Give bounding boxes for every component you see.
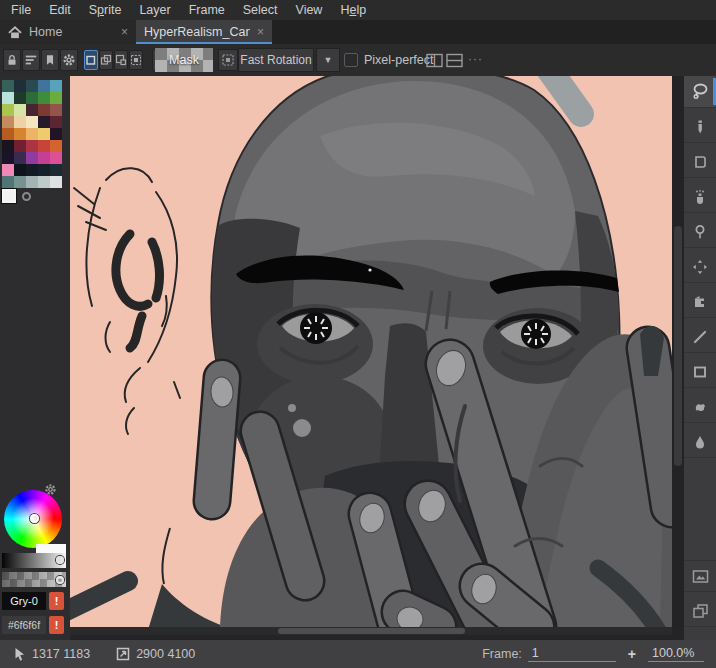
sort-lines-button[interactable] <box>22 49 40 71</box>
preview-button[interactable] <box>684 560 716 592</box>
tool-rectangle[interactable] <box>684 356 716 388</box>
palette-swatch[interactable] <box>50 104 62 116</box>
tool-lasso[interactable] <box>684 76 716 108</box>
brush-mask-button[interactable]: Mask <box>155 48 213 72</box>
settings-button[interactable] <box>60 49 78 71</box>
palette-swatch[interactable] <box>14 80 26 92</box>
palette-swatch[interactable] <box>14 140 26 152</box>
palette-swatch[interactable] <box>50 140 62 152</box>
pixel-perfect-checkbox[interactable] <box>344 53 358 67</box>
palette-swatch[interactable] <box>38 152 50 164</box>
palette-swatch[interactable] <box>50 176 62 188</box>
palette-swatch[interactable] <box>14 116 26 128</box>
palette-swatch[interactable] <box>50 116 62 128</box>
menu-frame[interactable]: Frame <box>180 1 234 19</box>
vertical-scrollbar[interactable] <box>672 76 684 627</box>
color-warning-button[interactable]: ! <box>49 592 64 610</box>
palette-swatch[interactable] <box>2 116 14 128</box>
split-horizontal-button[interactable] <box>444 49 464 71</box>
color-hex-field[interactable]: #6f6f6f <box>2 616 46 634</box>
layers-button[interactable] <box>684 595 716 627</box>
palette-swatch[interactable] <box>38 92 50 104</box>
tool-eyedropper[interactable] <box>684 216 716 248</box>
palette-swatch[interactable] <box>26 152 38 164</box>
palette-swatch[interactable] <box>38 164 50 176</box>
add-frame-button[interactable]: + <box>622 646 642 662</box>
more-options-button[interactable]: ··· <box>468 52 483 66</box>
canvas-artwork[interactable] <box>70 76 672 627</box>
palette-swatch[interactable] <box>50 164 62 176</box>
palette-swatch[interactable] <box>2 92 14 104</box>
menu-file[interactable]: File <box>2 1 40 19</box>
selection-intersect-button[interactable] <box>129 50 143 70</box>
gradient-handle[interactable] <box>56 556 64 564</box>
tool-move[interactable] <box>684 251 716 283</box>
color-warning-button[interactable]: ! <box>49 616 64 634</box>
palette-swatch[interactable] <box>50 152 62 164</box>
palette-swatch[interactable] <box>14 176 26 188</box>
palette-swatch[interactable] <box>2 152 14 164</box>
menu-sprite[interactable]: Sprite <box>80 1 131 19</box>
tab-hyperrealism-canv[interactable]: HyperRealism_Canv × <box>136 20 272 44</box>
palette-swatch[interactable] <box>50 80 62 92</box>
palette-swatch[interactable] <box>14 128 26 140</box>
palette-swatch[interactable] <box>2 80 14 92</box>
palette-swatch[interactable] <box>38 176 50 188</box>
transparent-color-icon[interactable] <box>22 192 31 201</box>
palette-swatch[interactable] <box>50 92 62 104</box>
tab-home[interactable]: Home × <box>0 20 136 44</box>
palette-swatch[interactable] <box>26 92 38 104</box>
rotation-dropdown-arrow[interactable]: ▼ <box>316 48 340 72</box>
horizontal-scrollbar[interactable] <box>70 627 672 635</box>
vertical-scrollbar-thumb[interactable] <box>674 226 682 466</box>
palette-swatch[interactable] <box>26 116 38 128</box>
palette-swatch[interactable] <box>14 92 26 104</box>
palette-swatch[interactable] <box>26 140 38 152</box>
menu-layer[interactable]: Layer <box>130 1 179 19</box>
palette-swatch[interactable] <box>38 104 50 116</box>
palette-swatch[interactable] <box>2 176 14 188</box>
tool-pencil[interactable] <box>684 111 716 143</box>
selection-subtract-button[interactable] <box>114 50 128 70</box>
rotation-algorithm-select[interactable]: Fast Rotation <box>238 48 314 72</box>
selected-color-swatch[interactable] <box>2 189 16 203</box>
tool-line[interactable] <box>684 321 716 353</box>
close-icon[interactable]: × <box>257 25 264 39</box>
menu-help[interactable]: Help <box>331 1 375 19</box>
lock-button[interactable] <box>3 49 21 71</box>
gradient-handle[interactable] <box>56 576 64 584</box>
palette-swatch[interactable] <box>38 140 50 152</box>
palette-swatch[interactable] <box>2 140 14 152</box>
palette-swatch[interactable] <box>26 176 38 188</box>
tool-eraser[interactable] <box>684 146 716 178</box>
palette-swatch[interactable] <box>26 128 38 140</box>
menu-view[interactable]: View <box>287 1 332 19</box>
palette-swatch[interactable] <box>2 128 14 140</box>
palette-swatch[interactable] <box>14 164 26 176</box>
palette-swatch[interactable] <box>26 164 38 176</box>
palette-swatch[interactable] <box>26 80 38 92</box>
pattern-options-button[interactable] <box>218 49 238 71</box>
palette-swatch[interactable] <box>2 164 14 176</box>
menu-select[interactable]: Select <box>234 1 287 19</box>
zoom-level-input[interactable]: 100.0% <box>648 646 704 662</box>
palette-swatch[interactable] <box>2 104 14 116</box>
horizontal-scrollbar-thumb[interactable] <box>278 628 465 634</box>
tool-contour[interactable] <box>684 391 716 423</box>
selection-replace-button[interactable] <box>84 50 98 70</box>
color-name-field[interactable]: Gry-0 <box>2 592 46 610</box>
palette-swatch[interactable] <box>26 104 38 116</box>
palette-swatch[interactable] <box>14 152 26 164</box>
palette-swatch[interactable] <box>38 116 50 128</box>
palette-swatch[interactable] <box>38 80 50 92</box>
color-wheel-selector[interactable] <box>30 514 39 523</box>
tool-blur[interactable] <box>684 426 716 458</box>
frame-number-input[interactable]: 1 <box>528 646 616 662</box>
close-icon[interactable]: × <box>121 25 128 39</box>
menu-edit[interactable]: Edit <box>40 1 80 19</box>
bookmark-button[interactable] <box>41 49 59 71</box>
palette-swatch[interactable] <box>50 128 62 140</box>
palette-swatch[interactable] <box>38 128 50 140</box>
selection-add-button[interactable] <box>99 50 113 70</box>
tool-paint-bucket[interactable] <box>684 286 716 318</box>
